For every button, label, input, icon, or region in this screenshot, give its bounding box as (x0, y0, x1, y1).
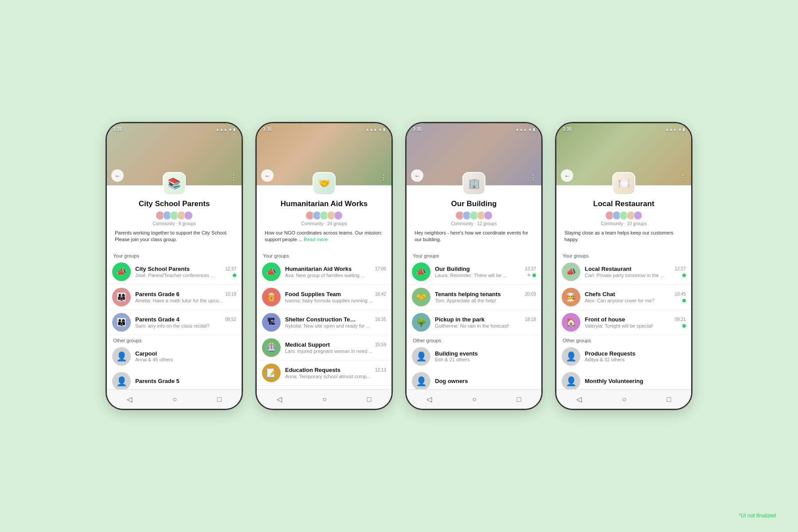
chat-name-4-0: Local Restaurant (585, 266, 631, 272)
header-photo-2: 3:35 ▲▲▲ ◈ ▮ ← ⋮ 🤝 (257, 123, 391, 185)
chat-item-1-2[interactable]: 👨‍👩‍👦 Parents Grade 4 08:52 Sam: any inf… (107, 310, 242, 335)
community-meta-3: Community · 12 groups (413, 221, 535, 226)
more-options-1[interactable]: ⋮ (230, 173, 237, 182)
chat-item-1-0[interactable]: 📣 City School Parents 12:37 José: Parent… (107, 259, 242, 285)
other-group-content-3-0: Building events Esh & 21 others (435, 350, 536, 362)
chat-avatar-2-4: 📝 (262, 364, 281, 382)
other-group-content-3-1: Dog owners (435, 378, 536, 384)
nav-square-4[interactable]: □ (667, 395, 671, 403)
chat-status-3-0: ✈ (527, 273, 536, 278)
chat-name-1-2: Parents Grade 4 (135, 316, 180, 323)
community-name-2: Humanitarian Aid Works (263, 200, 385, 208)
other-group-content-4-1: Monthly Volunteering (585, 378, 686, 384)
chat-content-3-2: Pickup in the park 18:18 Guilherme: No r… (435, 316, 536, 329)
battery-icon: ▮ (383, 127, 385, 132)
nav-back-3[interactable]: ◁ (426, 395, 432, 403)
phone-body-1[interactable]: City School Parents Community · 8 groups… (107, 185, 242, 389)
chat-top-3-2: Pickup in the park 18:18 (435, 316, 536, 323)
battery-icon: ▮ (233, 127, 235, 132)
other-group-name-3-1: Dog owners (435, 378, 506, 384)
read-more-2[interactable]: Read more (304, 237, 328, 242)
header-photo-4: 3:35 ▲▲▲ ◈ ▮ ← ⋮ 🍽️ (556, 123, 691, 185)
chat-preview-3-1: Tom: Appreciate all the help! (435, 298, 496, 303)
chat-item-4-2[interactable]: 🏠 Front of house 09:21 Valeryia: Tonight… (556, 310, 691, 335)
chat-content-1-2: Parents Grade 4 08:52 Sam: any info on t… (135, 316, 236, 329)
chat-status-4-1 (682, 299, 686, 302)
other-group-item-1-0[interactable]: 👤 Carpool Anna & 45 others (107, 344, 242, 369)
your-groups-label-4: Your groups (556, 250, 691, 259)
more-options-2[interactable]: ⋮ (380, 173, 387, 182)
phone-2: 3:35 ▲▲▲ ◈ ▮ ← ⋮ 🤝 Humanitarian Aid Work… (255, 122, 393, 410)
other-group-avatar-3-1: 👤 (412, 372, 430, 389)
phone-3: 3:35 ▲▲▲ ◈ ▮ ← ⋮ 🏢 Our Building (405, 122, 543, 410)
nav-back-2[interactable]: ◁ (277, 395, 282, 403)
nav-home-3[interactable]: ○ (472, 395, 477, 403)
other-group-sub-3-0: Esh & 21 others (435, 357, 536, 362)
more-options-3[interactable]: ⋮ (530, 173, 537, 182)
chat-top-4-0: Local Restaurant 12:27 (585, 266, 686, 272)
chat-top-1-0: City School Parents 12:37 (135, 266, 236, 272)
back-button-3[interactable]: ← (411, 169, 423, 182)
other-group-name-4-0: Produce Requests (585, 350, 656, 357)
chat-name-2-3: Medical Support (285, 341, 330, 348)
phone-nav-2: ◁ ○ □ (257, 389, 391, 409)
other-group-item-3-1[interactable]: 👤 Dog owners (407, 369, 541, 389)
chat-name-3-2: Pickup in the park (435, 316, 485, 323)
chat-preview-1-2: Sam: any info on the class recital? (135, 323, 210, 329)
other-group-name-3-0: Building events (435, 350, 506, 357)
other-group-avatar-1-0: 👤 (112, 347, 131, 366)
nav-square-3[interactable]: □ (517, 395, 521, 403)
status-bar-2: 3:35 ▲▲▲ ◈ ▮ (263, 127, 385, 132)
chat-time-2-2: 16:35 (375, 317, 386, 322)
nav-square-2[interactable]: □ (367, 395, 372, 403)
chat-item-4-0[interactable]: 📣 Local Restaurant 12:27 Carl: Private p… (556, 259, 691, 285)
chat-item-3-1[interactable]: 🤝 Tenants helping tenants 20:03 Tom: App… (407, 285, 541, 310)
chat-item-3-0[interactable]: 📣 Our Building 13:37 Laura: Reminder: Th… (407, 259, 541, 285)
other-group-content-1-1: Parents Grade 5 (135, 378, 236, 384)
chat-top-4-2: Front of house 09:21 (585, 316, 686, 323)
chat-item-2-0[interactable]: 📣 Humanitarian Aid Works 17:06 Ava: New … (257, 259, 391, 285)
nav-home-4[interactable]: ○ (622, 395, 626, 403)
wifi-icon: ◈ (528, 127, 532, 132)
phone-body-4[interactable]: Local Restaurant Community · 10 groups S… (556, 185, 691, 389)
phone-4: 3:35 ▲▲▲ ◈ ▮ ← ⋮ 🍽️ Local Restaurant (555, 122, 692, 410)
chat-top-2-0: Humanitarian Aid Works 17:06 (285, 266, 386, 272)
other-group-item-4-1[interactable]: 👤 Monthly Volunteering (556, 369, 691, 389)
nav-back-1[interactable]: ◁ (127, 395, 132, 403)
nav-home-2[interactable]: ○ (322, 395, 327, 403)
chat-item-2-3[interactable]: 🏥 Medical Support 15:59 Lars: Injured pr… (257, 335, 391, 360)
back-button-4[interactable]: ← (561, 169, 573, 182)
chat-content-2-1: Food Supplies Team 16:42 Ivanna: baby fo… (285, 291, 386, 303)
chat-top-4-1: Chefs Chat 10:45 (585, 291, 686, 297)
chat-status-4-0 (682, 274, 686, 277)
signal-icon: ▲▲▲ (665, 127, 677, 132)
community-meta-4: Community · 10 groups (563, 221, 685, 226)
chat-avatar-4-1: 👨‍🍳 (562, 288, 580, 306)
chat-item-2-2[interactable]: 🏗 Shelter Construction Team 16:35 Nykola… (257, 310, 391, 335)
nav-square-1[interactable]: □ (217, 395, 222, 403)
phone-body-3[interactable]: Our Building Community · 12 groups Hey n… (407, 185, 541, 389)
chat-item-4-1[interactable]: 👨‍🍳 Chefs Chat 10:45 Alex: Can anyone co… (556, 285, 691, 310)
nav-home-1[interactable]: ○ (172, 395, 177, 403)
nav-back-4[interactable]: ◁ (576, 395, 582, 403)
wifi-icon: ◈ (678, 127, 681, 132)
other-group-name-1-1: Parents Grade 5 (135, 378, 206, 384)
more-options-4[interactable]: ⋮ (680, 173, 687, 182)
chat-item-2-1[interactable]: 🥫 Food Supplies Team 16:42 Ivanna: baby … (257, 285, 391, 310)
community-name-1: City School Parents (113, 200, 235, 208)
back-button-1[interactable]: ← (111, 169, 124, 182)
other-group-item-3-0[interactable]: 👤 Building events Esh & 21 others (407, 344, 541, 369)
chat-item-2-4[interactable]: 📝 Education Requests 12:13 Anna: Tempora… (257, 360, 391, 386)
back-button-2[interactable]: ← (261, 169, 274, 182)
chat-item-3-2[interactable]: 🌳 Pickup in the park 18:18 Guilherme: No… (407, 310, 541, 335)
chat-avatar-2-0: 📣 (262, 262, 281, 281)
unread-dot-${pi+1}-${gi} (682, 299, 686, 302)
chat-time-4-0: 12:27 (675, 266, 686, 271)
member-avatars-2 (263, 211, 385, 220)
other-group-item-1-1[interactable]: 👤 Parents Grade 5 (107, 369, 242, 389)
chat-preview-4-0: Carl: Private party tomorrow in the ... (585, 273, 664, 278)
phone-body-2[interactable]: Humanitarian Aid Works Community · 24 gr… (257, 185, 391, 389)
status-bar-3: 3:35 ▲▲▲ ◈ ▮ (413, 127, 535, 132)
other-group-item-4-0[interactable]: 👤 Produce Requests Aditya & 32 others (556, 344, 691, 369)
chat-item-1-1[interactable]: 👨‍👩‍👧 Parents Grade 6 10:18 Amelia: Have… (107, 285, 242, 310)
